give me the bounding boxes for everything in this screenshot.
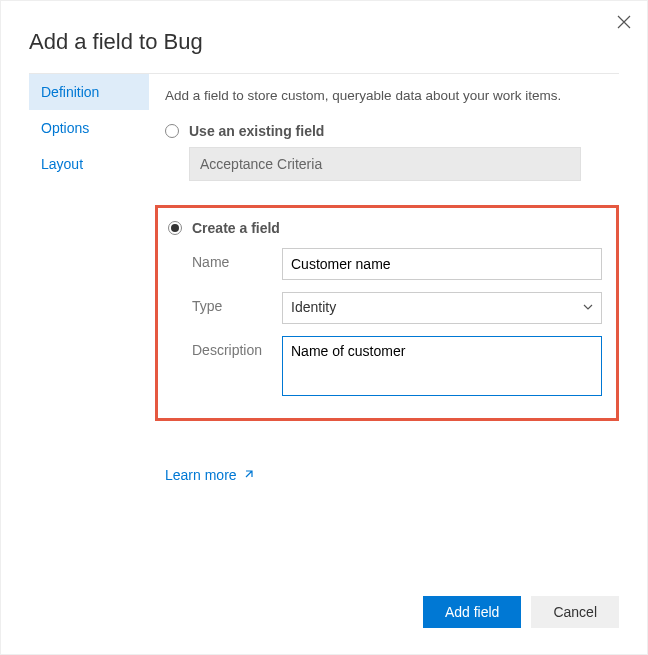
dialog-add-field: Add a field to Bug Definition Options La… xyxy=(0,0,648,655)
name-label: Name xyxy=(192,248,282,270)
radio-existing[interactable] xyxy=(165,124,179,138)
content-pane: Add a field to store custom, queryable d… xyxy=(149,73,619,483)
type-value: Identity xyxy=(291,299,336,315)
sidebar: Definition Options Layout xyxy=(29,73,149,483)
external-link-icon xyxy=(243,467,255,483)
type-select[interactable]: Identity xyxy=(282,292,602,324)
name-input[interactable] xyxy=(282,248,602,280)
option-create-label: Create a field xyxy=(192,220,280,236)
existing-field-value: Acceptance Criteria xyxy=(200,156,322,172)
add-field-button[interactable]: Add field xyxy=(423,596,521,628)
type-label: Type xyxy=(192,292,282,314)
option-existing-label: Use an existing field xyxy=(189,123,324,139)
sidebar-item-label: Options xyxy=(41,120,89,136)
intro-text: Add a field to store custom, queryable d… xyxy=(165,88,619,103)
description-label: Description xyxy=(192,336,282,358)
dialog-footer: Add field Cancel xyxy=(423,596,619,628)
sidebar-item-options[interactable]: Options xyxy=(29,110,149,146)
cancel-button[interactable]: Cancel xyxy=(531,596,619,628)
learn-more-link[interactable]: Learn more xyxy=(165,467,255,483)
description-input[interactable] xyxy=(282,336,602,396)
option-existing: Use an existing field Acceptance Criteri… xyxy=(165,117,619,193)
learn-more-text: Learn more xyxy=(165,467,237,483)
highlight-create-field: Create a field Name Type Identity xyxy=(155,205,619,421)
radio-create[interactable] xyxy=(168,221,182,235)
sidebar-item-layout[interactable]: Layout xyxy=(29,146,149,182)
sidebar-item-label: Definition xyxy=(41,84,99,100)
sidebar-item-definition[interactable]: Definition xyxy=(29,74,149,110)
dialog-title: Add a field to Bug xyxy=(1,1,647,73)
sidebar-item-label: Layout xyxy=(41,156,83,172)
close-icon[interactable] xyxy=(617,15,631,33)
existing-field-select[interactable]: Acceptance Criteria xyxy=(189,147,581,181)
